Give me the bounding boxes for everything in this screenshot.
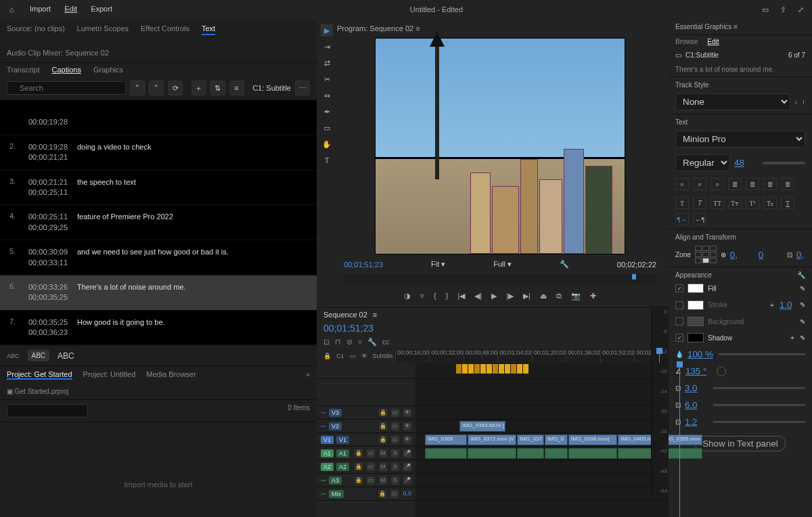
track-select-tool-icon[interactable]: ⇥ xyxy=(321,41,333,53)
shadow-add-icon[interactable]: ＋ xyxy=(789,333,796,342)
zone-grid[interactable] xyxy=(695,246,717,263)
video-track-V2[interactable]: IMG_9393.MOV [ xyxy=(415,420,669,433)
add-marker-icon[interactable]: ▿ xyxy=(420,292,424,300)
program-current-timecode[interactable]: 00;01;51;23 xyxy=(344,261,383,269)
shadow-checkbox[interactable] xyxy=(675,334,683,342)
tab-effect-controls[interactable]: Effect Controls xyxy=(141,23,189,35)
captions-toggle-icon[interactable]: cc xyxy=(382,338,390,346)
timeline-tab[interactable]: Sequence 02 xyxy=(323,311,367,319)
ripple-tool-icon[interactable]: ⇄ xyxy=(321,57,333,69)
mark-in-icon[interactable]: ◑ xyxy=(404,292,411,300)
add-caption-button[interactable]: ＋ xyxy=(191,81,206,95)
menu-import[interactable]: Import xyxy=(30,5,51,14)
ltr-icon[interactable]: ¶→ xyxy=(675,213,689,225)
font-size-input[interactable] xyxy=(734,158,759,168)
go-to-in-icon[interactable]: |◀ xyxy=(457,292,465,300)
small-caps-icon[interactable]: Tᴛ xyxy=(728,197,742,209)
bg-checkbox[interactable] xyxy=(675,317,683,325)
distance-slider[interactable] xyxy=(713,387,805,389)
shadow-swatch[interactable] xyxy=(687,333,704,342)
timeline-ruler[interactable]: 00;00;16;0000;00;32;0000;00;48;0000;01;0… xyxy=(395,349,669,363)
pen-tool-icon[interactable]: ✒ xyxy=(321,106,333,118)
bg-eyedropper-icon[interactable]: ✎ xyxy=(800,318,805,325)
pos-y-input[interactable] xyxy=(759,250,783,260)
step-forward-icon[interactable]: |▶ xyxy=(506,292,514,300)
underline-icon[interactable]: T xyxy=(781,197,794,209)
timeline-timecode[interactable]: 00;01;51;23 xyxy=(317,321,669,335)
mark-out-button[interactable]: } xyxy=(446,292,449,300)
blur-slider[interactable] xyxy=(713,421,805,423)
audio-track-A2[interactable] xyxy=(415,460,669,474)
slip-tool-icon[interactable]: ⇔ xyxy=(321,89,333,102)
program-menu-icon[interactable]: ≡ xyxy=(415,24,420,32)
playhead-line[interactable] xyxy=(679,363,680,517)
split-caption-button[interactable]: ⇅ xyxy=(210,81,225,95)
merge-caption-button[interactable]: ≡ xyxy=(229,81,244,95)
stroke-eyedropper-icon[interactable]: ✎ xyxy=(800,301,805,309)
superscript-icon[interactable]: T² xyxy=(746,197,759,209)
upload-style-icon[interactable]: ↑ xyxy=(802,98,805,106)
step-back-icon[interactable]: ◀| xyxy=(474,292,482,300)
next-caption-button[interactable]: ˅ xyxy=(149,81,164,95)
pos-x-input[interactable] xyxy=(730,250,754,260)
eye-icon[interactable]: 👁 xyxy=(361,353,367,359)
menu-export[interactable]: Export xyxy=(91,5,112,14)
justify-last-left-icon[interactable]: ≣ xyxy=(746,178,759,190)
razor-tool-icon[interactable]: ✂ xyxy=(321,73,333,85)
caption-row[interactable]: 3.00;00;21;2100;00;25;11the speech to te… xyxy=(0,171,317,206)
home-icon[interactable]: ⌂ xyxy=(7,5,16,14)
refresh-button[interactable]: ⟳ xyxy=(168,81,183,95)
fullscreen-icon[interactable]: ⤢ xyxy=(796,5,805,14)
abc-label-1[interactable]: ABC xyxy=(7,353,20,359)
fill-eyedropper-icon[interactable]: ✎ xyxy=(800,285,805,292)
tab-edit[interactable]: Edit xyxy=(707,38,719,45)
extract-icon[interactable]: ⧉ xyxy=(556,292,562,300)
align-right-icon[interactable]: ≡ xyxy=(710,178,724,190)
abc-label-2[interactable]: ABC xyxy=(58,351,74,361)
button-editor-icon[interactable]: ✚ xyxy=(590,292,596,300)
tab-transcript[interactable]: Transcript xyxy=(7,66,40,74)
opacity-input[interactable] xyxy=(687,349,715,359)
search-input[interactable] xyxy=(7,81,126,95)
opacity-slider[interactable] xyxy=(719,353,805,355)
track-style-select[interactable]: None xyxy=(675,93,790,110)
shadow-eyedropper-icon[interactable]: ✎ xyxy=(800,334,805,342)
program-scrubber[interactable] xyxy=(344,274,656,285)
export-frame-icon[interactable]: 📷 xyxy=(571,292,581,300)
snap-icon[interactable]: ⊓ xyxy=(335,338,341,346)
prev-caption-button[interactable]: ˄ xyxy=(130,81,145,95)
link-icon[interactable]: ⊘ xyxy=(346,338,353,346)
font-size-slider[interactable] xyxy=(763,162,805,164)
bg-swatch[interactable] xyxy=(687,317,704,326)
tab-lumetri[interactable]: Lumetri Scopes xyxy=(77,23,129,35)
angle-input[interactable] xyxy=(685,366,713,376)
faux-bold-icon[interactable]: T xyxy=(675,197,689,209)
caption-row[interactable]: 00;00;19;28 xyxy=(0,100,317,135)
abc-active-button[interactable]: ABC xyxy=(28,350,50,361)
tab-browse[interactable]: Browse xyxy=(675,38,698,45)
tab-captions[interactable]: Captions xyxy=(52,66,81,74)
stroke-checkbox[interactable] xyxy=(675,301,683,309)
play-icon[interactable]: ▶ xyxy=(491,292,497,300)
all-caps-icon[interactable]: TT xyxy=(710,197,724,209)
caption-menu-button[interactable]: ⋯ xyxy=(295,81,310,95)
project-search-input[interactable] xyxy=(7,404,88,418)
selection-tool-icon[interactable]: ▶ xyxy=(321,24,333,37)
mark-in-button[interactable]: { xyxy=(434,292,436,300)
tab-text[interactable]: Text xyxy=(202,23,215,35)
wrench-icon[interactable]: 🔧 xyxy=(367,338,377,346)
caption-visibility-icon[interactable]: ▭ xyxy=(350,353,356,359)
program-viewer[interactable] xyxy=(375,38,625,254)
hand-tool-icon[interactable]: ✋ xyxy=(321,138,333,150)
shadow-size-input[interactable] xyxy=(685,400,709,410)
font-select[interactable]: Minion Pro xyxy=(675,131,805,148)
audio-track-A1[interactable] xyxy=(415,447,669,460)
tab-media-browser[interactable]: Media Browser xyxy=(146,370,196,380)
caption-row[interactable]: 2.00;00;19;2800;00;21;21doing a video to… xyxy=(0,135,317,171)
tab-project-getstarted[interactable]: Project: Get Started xyxy=(7,370,72,380)
caption-row[interactable]: 7.00;00;35;2500;00;36;23How good is it g… xyxy=(0,311,317,346)
angle-dial[interactable] xyxy=(717,367,726,376)
stroke-add-icon[interactable]: ＋ xyxy=(769,300,775,310)
justify-all-icon[interactable]: ≣ xyxy=(781,178,794,190)
tracks-content[interactable]: IMG_9393.MOV [IMG_0368IMG_8372.mov [VIMG… xyxy=(415,363,669,517)
